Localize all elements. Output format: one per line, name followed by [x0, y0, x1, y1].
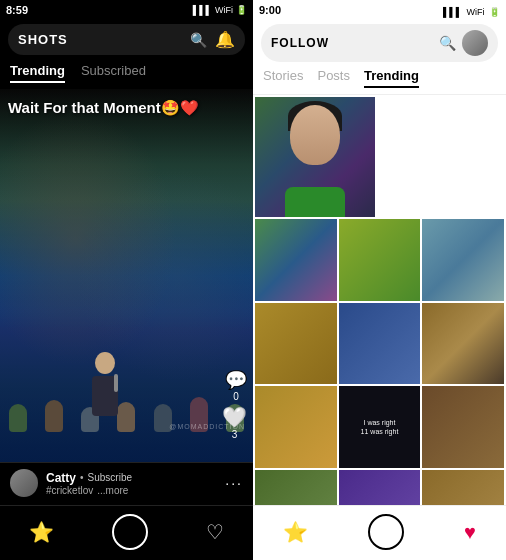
- thumb-overlay: I was right11 was right: [339, 386, 421, 468]
- thumb-11[interactable]: [339, 470, 421, 505]
- left-panel: 8:59 ▌▌▌ WiFi 🔋 SHOTS 🔍 🔔 Trending Subsc…: [0, 0, 253, 560]
- heart-icon: 🤍: [222, 405, 247, 429]
- performer-head: [95, 352, 115, 374]
- right-search-icons: 🔍: [439, 30, 488, 56]
- user-info: Catty • Subscribe #cricketlov ...more: [46, 471, 217, 496]
- tab-posts[interactable]: Posts: [317, 68, 350, 88]
- thumb-overlay-text: I was right11 was right: [359, 416, 401, 438]
- right-search-icon[interactable]: 🔍: [439, 35, 456, 51]
- right-wifi-icon: WiFi: [467, 7, 485, 17]
- heart-nav-icon[interactable]: ♡: [206, 520, 224, 544]
- crowd-person: [45, 400, 63, 432]
- right-time: 9:00: [259, 4, 281, 16]
- microphone: [114, 374, 118, 392]
- left-battery-icon: 🔋: [236, 5, 247, 15]
- right-search-label: FOLLOW: [271, 36, 329, 50]
- thumbnail-grid-container[interactable]: I was right11 was right: [253, 95, 506, 505]
- right-heart-icon[interactable]: ♥: [464, 521, 476, 544]
- right-star-icon[interactable]: ⭐: [283, 520, 308, 544]
- crowd-person: [9, 404, 27, 432]
- username: Catty: [46, 471, 76, 485]
- thumb-10[interactable]: [255, 470, 337, 505]
- home-nav-icon[interactable]: [112, 514, 148, 550]
- right-home-icon[interactable]: [368, 514, 404, 550]
- shirt-shape: [285, 187, 345, 217]
- tab-trending[interactable]: Trending: [10, 63, 65, 83]
- thumb-5[interactable]: [339, 303, 421, 385]
- thumb-1[interactable]: [255, 219, 337, 301]
- left-time: 8:59: [6, 4, 28, 16]
- right-status-bar: 9:00 ▌▌▌ WiFi 🔋: [253, 0, 506, 20]
- search-icon[interactable]: 🔍: [190, 32, 207, 48]
- left-search-bar[interactable]: SHOTS 🔍 🔔: [8, 24, 245, 55]
- video-background: Wait For that Moment🤩❤️ @MOMADDICTION: [0, 89, 253, 462]
- comment-count: 0: [233, 391, 239, 402]
- username-line: Catty • Subscribe: [46, 471, 217, 485]
- thumb-8[interactable]: I was right11 was right: [339, 386, 421, 468]
- right-status-icons: ▌▌▌ WiFi 🔋: [443, 1, 500, 19]
- tab-trending-right[interactable]: Trending: [364, 68, 419, 88]
- left-nav-bar: ⭐ ♡: [0, 505, 253, 560]
- hashtag-line: #cricketlov ...more: [46, 485, 217, 496]
- like-button[interactable]: 🤍 3: [222, 405, 247, 440]
- left-status-bar: 8:59 ▌▌▌ WiFi 🔋: [0, 0, 253, 20]
- thumb-3[interactable]: [422, 219, 504, 301]
- thumb-2[interactable]: [339, 219, 421, 301]
- avatar: [10, 469, 38, 497]
- star-nav-icon[interactable]: ⭐: [29, 520, 54, 544]
- right-avatar[interactable]: [462, 30, 488, 56]
- performer: [90, 352, 120, 432]
- tab-subscribed[interactable]: Subscribed: [81, 63, 146, 83]
- comment-button[interactable]: 💬 0: [225, 369, 247, 402]
- hashtag-text: #cricketlov: [46, 485, 93, 496]
- more-text[interactable]: ...more: [97, 485, 128, 496]
- thumb-4[interactable]: [255, 303, 337, 385]
- right-battery-icon: 🔋: [489, 7, 500, 17]
- left-wifi-icon: WiFi: [215, 5, 233, 15]
- subscribe-button[interactable]: Subscribe: [88, 472, 132, 483]
- tab-stories[interactable]: Stories: [263, 68, 303, 88]
- right-panel: 9:00 ▌▌▌ WiFi 🔋 FOLLOW 🔍 Stories Posts T…: [253, 0, 506, 560]
- right-tabs: Stories Posts Trending: [253, 66, 506, 95]
- right-nav-bar: ⭐ ♥: [253, 505, 506, 560]
- comment-icon: 💬: [225, 369, 247, 391]
- separator-dot: •: [80, 472, 84, 483]
- right-search-bar[interactable]: FOLLOW 🔍: [261, 24, 498, 62]
- thumbnail-grid: I was right11 was right: [255, 97, 504, 505]
- left-status-icons: ▌▌▌ WiFi 🔋: [193, 5, 247, 15]
- user-info-bar: Catty • Subscribe #cricketlov ...more ··…: [0, 462, 253, 505]
- thumb-6[interactable]: [422, 303, 504, 385]
- video-caption: Wait For that Moment🤩❤️: [8, 99, 199, 117]
- like-count: 3: [232, 429, 238, 440]
- performer-body: [92, 376, 118, 416]
- notification-icon[interactable]: 🔔: [215, 30, 235, 49]
- left-search-label: SHOTS: [18, 32, 68, 47]
- crowd-person: [117, 402, 135, 432]
- face-shape: [290, 105, 340, 165]
- video-container[interactable]: Wait For that Moment🤩❤️ @MOMADDICTION 💬 …: [0, 89, 253, 462]
- more-options-button[interactable]: ···: [225, 475, 243, 491]
- thumb-9[interactable]: [422, 386, 504, 468]
- thumb-12[interactable]: [422, 470, 504, 505]
- left-signal-icon: ▌▌▌: [193, 5, 212, 15]
- thumb-7[interactable]: [255, 386, 337, 468]
- featured-thumb[interactable]: [255, 97, 375, 217]
- left-tabs: Trending Subscribed: [0, 59, 253, 89]
- right-signal-icon: ▌▌▌: [443, 7, 462, 17]
- left-search-icons: 🔍 🔔: [190, 30, 235, 49]
